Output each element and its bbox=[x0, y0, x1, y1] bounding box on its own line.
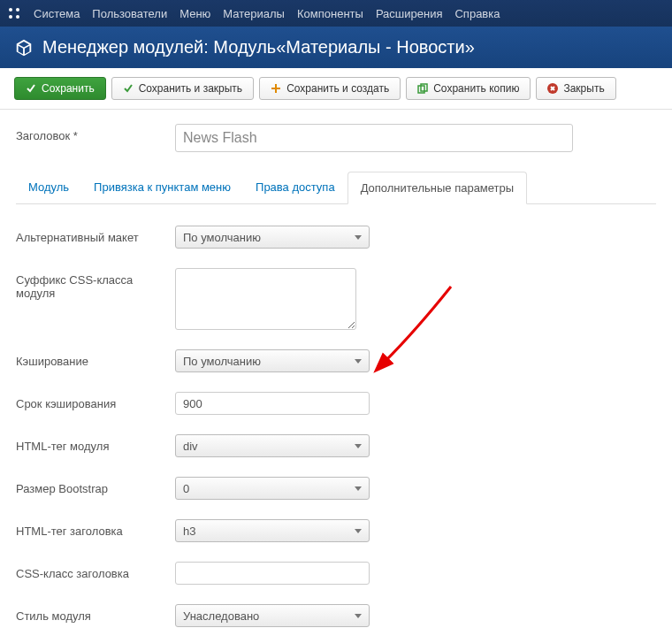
nav-system[interactable]: Система bbox=[34, 7, 80, 20]
check-icon bbox=[123, 83, 134, 94]
nav-help[interactable]: Справка bbox=[454, 7, 500, 20]
nav-menus[interactable]: Меню bbox=[179, 7, 210, 20]
copy-icon bbox=[417, 83, 428, 94]
cache-time-input[interactable] bbox=[175, 392, 370, 415]
module-tag-value: div bbox=[183, 440, 198, 453]
caching-value: По умолчанию bbox=[183, 355, 261, 368]
module-tag-label: HTML-тег модуля bbox=[16, 434, 175, 453]
save-new-label: Сохранить и создать bbox=[286, 82, 389, 95]
caching-select[interactable]: По умолчанию bbox=[175, 349, 370, 372]
header-tag-value: h3 bbox=[183, 525, 195, 538]
header-tag-label: HTML-тег заголовка bbox=[16, 519, 175, 538]
svg-point-2 bbox=[9, 15, 12, 19]
save-close-button[interactable]: Сохранить и закрыть bbox=[111, 77, 254, 100]
nav-content[interactable]: Материалы bbox=[223, 7, 285, 20]
toolbar: Сохранить Сохранить и закрыть Сохранить … bbox=[0, 68, 672, 110]
save-new-button[interactable]: Сохранить и создать bbox=[259, 77, 401, 100]
module-style-select[interactable]: Унаследовано bbox=[175, 604, 370, 627]
plus-icon bbox=[271, 83, 281, 94]
title-field-label: Заголовок bbox=[16, 124, 175, 142]
css-suffix-textarea[interactable] bbox=[175, 268, 356, 330]
content-area: Заголовок Модуль Привязка к пунктам меню… bbox=[0, 110, 672, 628]
chevron-down-icon bbox=[355, 486, 362, 491]
svg-point-3 bbox=[16, 15, 19, 19]
tab-advanced[interactable]: Дополнительные параметры bbox=[347, 172, 528, 204]
tabs: Модуль Привязка к пунктам меню Права дос… bbox=[16, 172, 656, 204]
chevron-down-icon bbox=[355, 614, 362, 618]
header-class-label: CSS-класс заголовка bbox=[16, 562, 175, 580]
module-tag-select[interactable]: div bbox=[175, 434, 370, 457]
module-style-value: Унаследовано bbox=[183, 609, 259, 623]
bootstrap-size-label: Размер Bootstrap bbox=[16, 477, 175, 495]
page-title: Менеджер модулей: Модуль«Материалы - Нов… bbox=[42, 37, 475, 57]
check-icon bbox=[26, 83, 36, 94]
close-label: Закрыть bbox=[563, 82, 604, 95]
close-button[interactable]: Закрыть bbox=[536, 77, 615, 100]
save-copy-label: Сохранить копию bbox=[433, 82, 519, 95]
bootstrap-size-value: 0 bbox=[183, 482, 189, 495]
joomla-logo-icon bbox=[7, 6, 21, 20]
save-copy-button[interactable]: Сохранить копию bbox=[406, 77, 531, 100]
module-cube-icon bbox=[14, 38, 34, 57]
tab-module[interactable]: Модуль bbox=[16, 172, 81, 203]
close-icon bbox=[547, 83, 558, 94]
tab-permissions[interactable]: Права доступа bbox=[243, 172, 347, 203]
nav-users[interactable]: Пользователи bbox=[92, 7, 167, 20]
cache-time-label: Срок кэширования bbox=[16, 392, 175, 410]
save-label: Сохранить bbox=[42, 82, 95, 95]
save-close-label: Сохранить и закрыть bbox=[139, 82, 242, 95]
tab-menu-assignment[interactable]: Привязка к пунктам меню bbox=[81, 172, 243, 203]
bootstrap-size-select[interactable]: 0 bbox=[175, 477, 370, 500]
css-suffix-label: Суффикс CSS-класса модуля bbox=[16, 268, 175, 300]
title-bar: Менеджер модулей: Модуль«Материалы - Нов… bbox=[0, 27, 672, 68]
chevron-down-icon bbox=[355, 444, 362, 448]
save-button[interactable]: Сохранить bbox=[14, 77, 106, 100]
nav-components[interactable]: Компоненты bbox=[297, 7, 363, 20]
alt-layout-label: Альтернативный макет bbox=[16, 226, 175, 244]
nav-extensions[interactable]: Расширения bbox=[376, 7, 443, 20]
alt-layout-value: По умолчанию bbox=[183, 231, 261, 244]
caching-label: Кэширование bbox=[16, 349, 175, 368]
alt-layout-select[interactable]: По умолчанию bbox=[175, 226, 370, 249]
module-style-label: Стиль модуля bbox=[16, 604, 175, 623]
header-tag-select[interactable]: h3 bbox=[175, 519, 370, 542]
top-nav: Система Пользователи Меню Материалы Комп… bbox=[0, 0, 672, 27]
chevron-down-icon bbox=[355, 529, 362, 533]
chevron-down-icon bbox=[355, 235, 362, 240]
svg-point-0 bbox=[9, 8, 12, 11]
header-class-input[interactable] bbox=[175, 562, 370, 585]
chevron-down-icon bbox=[355, 359, 362, 364]
svg-point-1 bbox=[16, 8, 19, 11]
title-input[interactable] bbox=[175, 124, 573, 152]
